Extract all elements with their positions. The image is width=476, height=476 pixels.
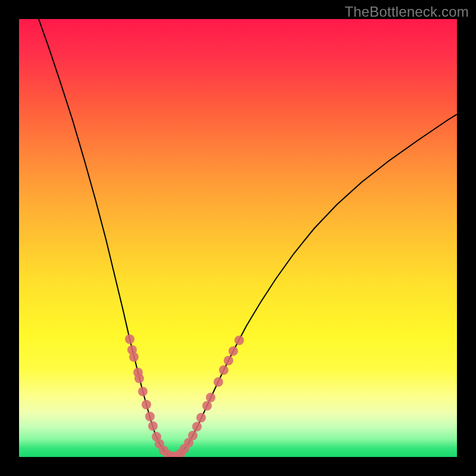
watermark-text: TheBottleneck.com [345,4,469,20]
data-marker [192,422,202,431]
data-marker [188,431,198,440]
data-marker [219,365,228,375]
data-marker [125,334,134,344]
chart-plot-area [19,19,457,457]
data-marker [206,393,215,402]
curve-line [39,19,457,456]
data-marker [214,377,223,387]
data-marker [234,336,244,345]
data-marker [145,412,155,421]
data-marker [224,356,233,365]
data-marker [134,374,144,383]
data-marker [138,387,148,396]
data-marker [228,346,238,356]
data-marker [129,352,139,362]
chart-frame [19,19,457,457]
data-marker [202,401,212,411]
chart-svg [19,19,457,457]
data-marker [148,421,158,431]
data-marker [142,400,151,409]
data-marker [196,413,206,422]
